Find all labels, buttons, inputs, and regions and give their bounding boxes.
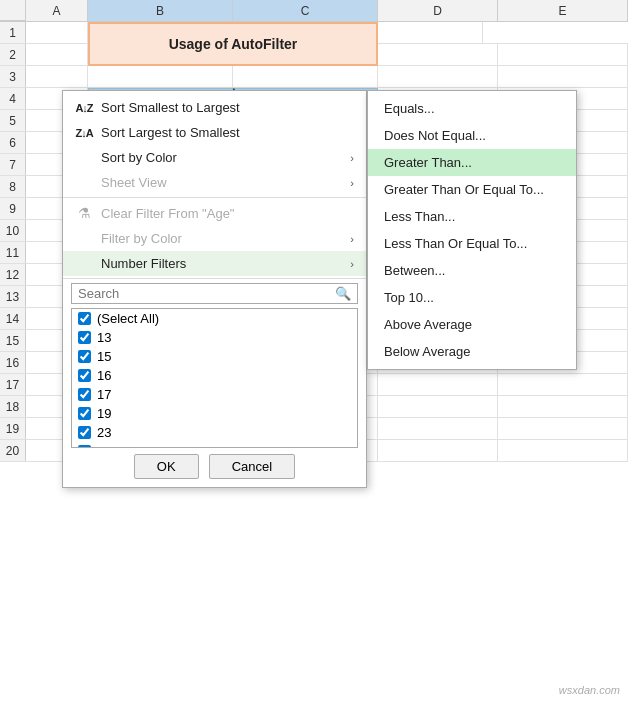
dropdown-menu: A↓Z Sort Smallest to Largest Z↓A Sort La… xyxy=(62,90,367,488)
row-num: 2 xyxy=(0,44,26,65)
col-header-a: A xyxy=(26,0,88,21)
submenu-label-less-than-equal: Less Than Or Equal To... xyxy=(384,236,527,251)
submenu-item-less-than[interactable]: Less Than... xyxy=(368,203,576,230)
spreadsheet-title: Usage of AutoFilter xyxy=(169,36,298,52)
search-magnifier-icon: 🔍 xyxy=(335,286,351,301)
checkbox-select-all[interactable] xyxy=(78,312,91,325)
grid-row: 3 xyxy=(0,66,628,88)
col-header-b: B xyxy=(88,0,233,21)
checkbox-label-23: 23 xyxy=(97,425,111,440)
submenu-item-below-average[interactable]: Below Average xyxy=(368,338,576,365)
checkbox-item-19[interactable]: 19 xyxy=(72,404,357,423)
cell-d3 xyxy=(378,66,498,87)
submenu-label-between: Between... xyxy=(384,263,445,278)
submenu-label-greater-than-equal: Greater Than Or Equal To... xyxy=(384,182,544,197)
sheet-view-arrow: › xyxy=(350,177,354,189)
cell-d2 xyxy=(378,44,498,65)
checkbox-label-15: 15 xyxy=(97,349,111,364)
submenu-item-equals[interactable]: Equals... xyxy=(368,95,576,122)
cell-a2 xyxy=(26,44,88,65)
submenu-item-greater-than[interactable]: Greater Than... xyxy=(368,149,576,176)
col-header-d: D xyxy=(378,0,498,21)
checkbox-label-19: 19 xyxy=(97,406,111,421)
submenu-item-greater-than-equal[interactable]: Greater Than Or Equal To... xyxy=(368,176,576,203)
sort-asc-icon: A↓Z xyxy=(75,102,93,114)
clear-filter-icon: ⚗ xyxy=(75,205,93,221)
checkbox-label-17: 17 xyxy=(97,387,111,402)
menu-item-number-filters[interactable]: Number Filters › xyxy=(63,251,366,276)
cell-a3 xyxy=(26,66,88,87)
submenu-item-above-average[interactable]: Above Average xyxy=(368,311,576,338)
sort-desc-icon: Z↓A xyxy=(75,127,93,139)
menu-item-sheet-view[interactable]: Sheet View › xyxy=(63,170,366,195)
number-filters-arrow: › xyxy=(350,258,354,270)
checkbox-13[interactable] xyxy=(78,331,91,344)
submenu-label-top-10: Top 10... xyxy=(384,290,434,305)
submenu-item-between[interactable]: Between... xyxy=(368,257,576,284)
checkbox-23[interactable] xyxy=(78,426,91,439)
checkbox-label-25: 25 xyxy=(97,444,111,448)
menu-label-sort-color: Sort by Color xyxy=(101,150,177,165)
col-header-e: E xyxy=(498,0,628,21)
column-header-row: A B C D E xyxy=(0,0,628,22)
submenu-label-equals: Equals... xyxy=(384,101,435,116)
search-input[interactable] xyxy=(78,286,335,301)
cell-b3 xyxy=(88,66,233,87)
menu-label-sort-asc: Sort Smallest to Largest xyxy=(101,100,240,115)
ok-button[interactable]: OK xyxy=(134,454,199,479)
cancel-button[interactable]: Cancel xyxy=(209,454,295,479)
checkbox-item-25[interactable]: 25 xyxy=(72,442,357,448)
checkbox-list[interactable]: (Select All) 13 15 16 17 19 xyxy=(71,308,358,448)
search-box: 🔍 xyxy=(71,283,358,304)
checkbox-item-16[interactable]: 16 xyxy=(72,366,357,385)
row-num: 5 xyxy=(0,110,26,131)
submenu-item-top-10[interactable]: Top 10... xyxy=(368,284,576,311)
row-num: 1 xyxy=(0,22,26,43)
submenu-label-less-than: Less Than... xyxy=(384,209,455,224)
cell-c3 xyxy=(233,66,378,87)
submenu-item-does-not-equal[interactable]: Does Not Equal... xyxy=(368,122,576,149)
menu-label-filter-color: Filter by Color xyxy=(101,231,182,246)
menu-item-filter-color[interactable]: Filter by Color › xyxy=(63,226,366,251)
menu-label-number-filters: Number Filters xyxy=(101,256,186,271)
menu-item-sort-desc[interactable]: Z↓A Sort Largest to Smallest xyxy=(63,120,366,145)
checkbox-17[interactable] xyxy=(78,388,91,401)
checkbox-15[interactable] xyxy=(78,350,91,363)
title-overlay: Usage of AutoFilter xyxy=(88,22,378,66)
checkbox-item-13[interactable]: 13 xyxy=(72,328,357,347)
row-num: 4 xyxy=(0,88,26,109)
menu-separator-1 xyxy=(63,197,366,198)
row-num: 3 xyxy=(0,66,26,87)
cell-e3 xyxy=(498,66,628,87)
submenu-label-below-average: Below Average xyxy=(384,344,471,359)
checkbox-25[interactable] xyxy=(78,445,91,448)
checkbox-item-select-all[interactable]: (Select All) xyxy=(72,309,357,328)
watermark: wsxdan.com xyxy=(559,684,620,696)
submenu-label-does-not-equal: Does Not Equal... xyxy=(384,128,486,143)
checkbox-item-17[interactable]: 17 xyxy=(72,385,357,404)
corner-cell xyxy=(0,0,26,21)
menu-label-clear-filter: Clear Filter From "Age" xyxy=(101,206,234,221)
cell-a1 xyxy=(26,22,88,43)
menu-item-sort-asc[interactable]: A↓Z Sort Smallest to Largest xyxy=(63,95,366,120)
checkbox-19[interactable] xyxy=(78,407,91,420)
checkbox-label-13: 13 xyxy=(97,330,111,345)
filter-color-arrow: › xyxy=(350,233,354,245)
checkbox-item-15[interactable]: 15 xyxy=(72,347,357,366)
checkbox-item-23[interactable]: 23 xyxy=(72,423,357,442)
col-header-c: C xyxy=(233,0,378,21)
menu-item-clear-filter[interactable]: ⚗ Clear Filter From "Age" xyxy=(63,200,366,226)
checkbox-label-select-all: (Select All) xyxy=(97,311,159,326)
submenu-item-less-than-equal[interactable]: Less Than Or Equal To... xyxy=(368,230,576,257)
submenu-label-above-average: Above Average xyxy=(384,317,472,332)
menu-item-sort-color[interactable]: Sort by Color › xyxy=(63,145,366,170)
number-filters-submenu: Equals... Does Not Equal... Greater Than… xyxy=(367,90,577,370)
menu-label-sort-desc: Sort Largest to Smallest xyxy=(101,125,240,140)
spreadsheet: A B C D E 1 2 3 xyxy=(0,0,628,702)
button-row: OK Cancel xyxy=(63,454,366,479)
sort-color-arrow: › xyxy=(350,152,354,164)
checkbox-label-16: 16 xyxy=(97,368,111,383)
checkbox-16[interactable] xyxy=(78,369,91,382)
submenu-label-greater-than: Greater Than... xyxy=(384,155,472,170)
menu-label-sheet-view: Sheet View xyxy=(101,175,167,190)
